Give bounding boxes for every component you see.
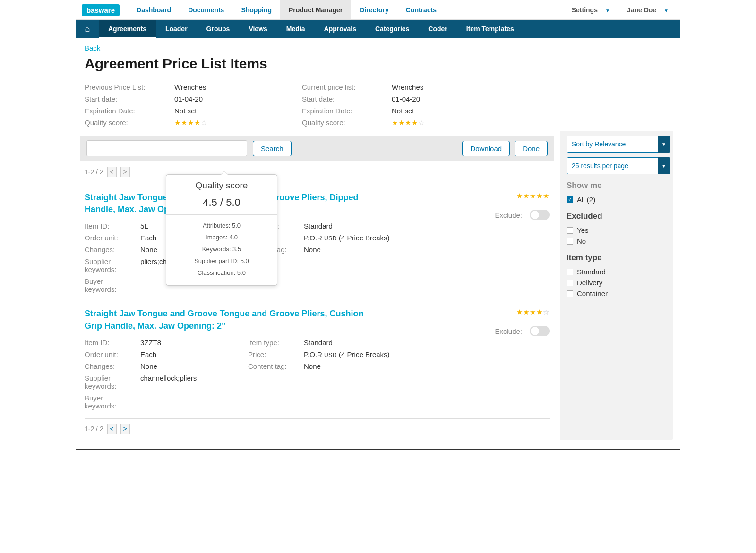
popover-row: Keywords: 3.5 (174, 243, 269, 255)
download-button[interactable]: Download (462, 141, 510, 156)
topnav-shopping[interactable]: Shopping (232, 0, 280, 19)
filter-excluded-no[interactable]: No (567, 236, 667, 247)
popover-score: 4.5 / 5.0 (166, 196, 277, 215)
subnav-media[interactable]: Media (277, 20, 315, 38)
exclude-toggle[interactable] (530, 210, 550, 220)
pager-prev[interactable]: < (107, 424, 117, 434)
pager-next[interactable]: > (120, 167, 130, 177)
perpage-dropdown[interactable]: 25 results per page▼ (567, 157, 670, 174)
quality-stars[interactable]: ★★★★☆ (174, 119, 207, 127)
page-title: Agreement Price List Items (85, 56, 665, 72)
search-input[interactable] (86, 140, 247, 156)
subnav-categories[interactable]: Categories (366, 20, 419, 38)
item-quality-stars: ★★★★☆ (516, 308, 550, 316)
popover-row: Images: 4.0 (174, 231, 269, 243)
exclude-label: Exclude: (495, 211, 522, 219)
home-icon[interactable]: ⌂ (76, 20, 99, 38)
filter-heading: Show me (567, 181, 667, 190)
popover-row: Attributes: 5.0 (174, 220, 269, 231)
topnav-dashboard[interactable]: Dashboard (128, 0, 180, 19)
sub-nav: ⌂ AgreementsLoaderGroupsViewsMediaApprov… (76, 20, 680, 38)
label: Previous Price List: (85, 83, 174, 91)
subnav-item-templates[interactable]: Item Templates (457, 20, 524, 38)
search-button[interactable]: Search (253, 141, 292, 156)
settings-link[interactable]: Settings▼ (566, 2, 616, 17)
pager-top: 1-2 / 2 <> (85, 167, 550, 177)
filter-heading: Item type (567, 253, 667, 263)
pager-bottom: 1-2 / 2 <> (85, 418, 550, 434)
popover-row: Classification: 5.0 (174, 267, 269, 279)
subnav-approvals[interactable]: Approvals (315, 20, 366, 38)
quality-stars: ★★★★☆ (392, 119, 425, 127)
top-nav: DashboardDocumentsShoppingProduct Manage… (128, 0, 445, 19)
subnav-coder[interactable]: Coder (419, 20, 456, 38)
done-button[interactable]: Done (515, 141, 548, 156)
exclude-toggle[interactable] (530, 326, 550, 336)
topnav-documents[interactable]: Documents (180, 0, 232, 19)
chevron-down-icon: ▼ (658, 157, 670, 174)
chevron-down-icon: ▼ (661, 4, 671, 17)
topnav-product-manager[interactable]: Product Manager (280, 0, 351, 19)
chevron-down-icon: ▼ (658, 136, 670, 153)
top-bar: basware DashboardDocumentsShoppingProduc… (76, 0, 680, 20)
popover-row: Supplier part ID: 5.0 (174, 255, 269, 267)
filter-type-standard[interactable]: Standard (567, 266, 667, 277)
list-item: Straight Jaw Tongue and Groove Tongue an… (85, 299, 550, 415)
filter-excluded-yes[interactable]: Yes (567, 225, 667, 236)
filter-sidebar: Sort by Relevance▼ 25 results per page▼ … (560, 131, 673, 440)
popover-title: Quality score (166, 175, 277, 196)
item-title-link[interactable]: Straight Jaw Tongue and Groove Tongue an… (85, 308, 378, 332)
brand-logo: basware (82, 4, 120, 16)
topnav-directory[interactable]: Directory (351, 0, 397, 19)
subnav-views[interactable]: Views (239, 20, 276, 38)
topnav-contracts[interactable]: Contracts (397, 0, 445, 19)
filter-type-delivery[interactable]: Delivery (567, 277, 667, 288)
subnav-agreements[interactable]: Agreements (99, 20, 156, 38)
item-quality-stars: ★★★★★ (516, 192, 550, 200)
price-list-meta: Previous Price List:Wrenches Start date:… (85, 83, 665, 127)
filter-type-container[interactable]: Container (567, 288, 667, 299)
chevron-down-icon: ▼ (602, 4, 613, 17)
subnav-groups[interactable]: Groups (197, 20, 240, 38)
user-menu[interactable]: Jane Doe▼ (621, 2, 674, 17)
pager-prev[interactable]: < (107, 167, 117, 177)
pager-next[interactable]: > (120, 424, 130, 434)
subnav-loader[interactable]: Loader (156, 20, 197, 38)
back-link[interactable]: Back (85, 44, 100, 52)
exclude-label: Exclude: (495, 327, 522, 335)
search-bar: Search Download Done (80, 136, 554, 161)
list-item: Straight Jaw Tongue and Groove Tongue an… (85, 183, 550, 299)
filter-all[interactable]: ✓All (2) (567, 194, 667, 205)
sort-dropdown[interactable]: Sort by Relevance▼ (567, 136, 670, 153)
quality-score-popover: Quality score 4.5 / 5.0 Attributes: 5.0I… (166, 174, 277, 286)
filter-heading: Excluded (567, 212, 667, 221)
